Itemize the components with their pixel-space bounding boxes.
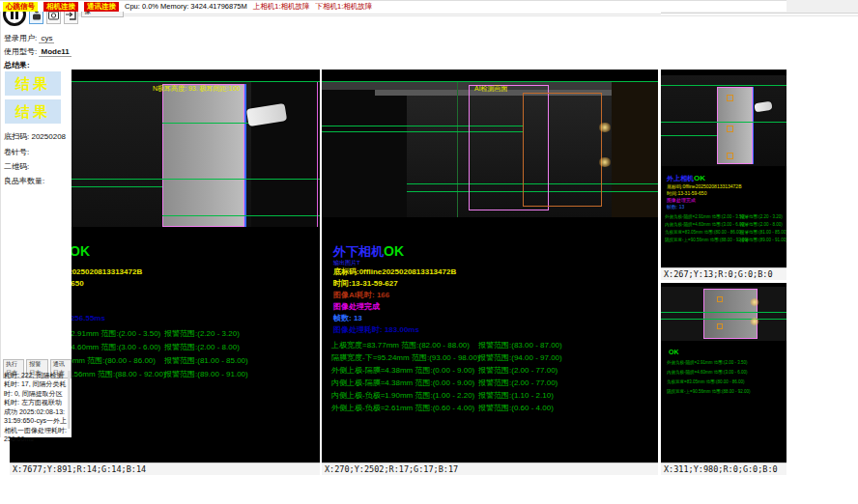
left-coords-bar: X:7677;Y:891;R:14;G:14;B:14 bbox=[10, 462, 320, 475]
center-ai-time-text: 图像AI耗时: 166 bbox=[333, 290, 389, 300]
center-status-text: 图像处理完成 bbox=[333, 301, 380, 312]
camera-link-badge: 相机连接 bbox=[43, 2, 78, 12]
model-value[interactable]: Mode11 bbox=[39, 47, 71, 57]
bottom-scan-field: 底扫码: 20250208 bbox=[4, 131, 66, 142]
thumb1-image bbox=[661, 75, 786, 166]
measurement-row: 外侧上极-负极=2.61mm 范围:(0.60 - 4.00) 报警范围:(0.… bbox=[331, 403, 658, 413]
thumb2-measure: 内侧负极-隔膜=4.60mm 范围:(3.00 - 6.00) bbox=[667, 370, 747, 375]
right-control-panel: 登录用户: cys 使用型号: Mode11 总结果: 结果 结果 底扫码: 2… bbox=[0, 0, 72, 437]
yield-count-field: 良品率数量: bbox=[4, 176, 44, 186]
reel-number-field: 卷针号: bbox=[4, 147, 29, 157]
defect-marker bbox=[717, 323, 723, 329]
reflection-glow bbox=[750, 318, 759, 325]
reflection-glow bbox=[598, 157, 612, 167]
alarm-range-text: 报警范围:(2.00 - 77.00) bbox=[478, 378, 558, 388]
cpu-memory-text: Cpu: 0.0% Memory: 3424.41796875M bbox=[125, 2, 247, 11]
aux-thumbnail-2[interactable]: OK 外侧负极-隔膜=2.91mm 范围:(2.00 - 3.50) 内侧负极-… bbox=[661, 283, 786, 462]
measurement-row: 内侧上极-负极=1.90mm 范围:(1.00 - 2.20) 报警范围:(1.… bbox=[331, 390, 658, 401]
alarm-range-text: 报警范围:(0.60 - 4.00) bbox=[478, 403, 554, 413]
measurement-row: 外侧上极-隔膜=4.38mm 范围:(0.00 - 9.00) 报警范围:(2.… bbox=[331, 365, 658, 376]
center-coords-bar: X:270;Y:2502;R:17;G:17;B:17 bbox=[322, 462, 658, 475]
center-camera-name: 外下相机 bbox=[333, 244, 384, 259]
thumb1-measure: 内侧负极-隔膜=4.60mm 范围:(3.00 - 6.00) bbox=[665, 222, 745, 227]
status-bar: 心跳信号 相机连接 通讯连接 Cpu: 0.0% Memory: 3424.41… bbox=[0, 0, 786, 12]
total-result-label: 总结果: bbox=[4, 60, 30, 70]
image-dark-region bbox=[251, 82, 320, 227]
alarm-range-text: 报警范围:(83.00 - 87.00) bbox=[478, 340, 562, 350]
thumb2-measure: 负极宽度=83.05mm 范围:(80.00 - 86.00) bbox=[667, 379, 744, 384]
measurement-text: 外侧上极-隔膜=4.38mm 范围:(0.00 - 9.00) bbox=[331, 366, 474, 375]
thumb1-coords-bar: X:267;Y:13;R:0;G:0;B:0 bbox=[661, 267, 786, 280]
alarm-range-text: 报警范围:(94.00 - 97.00) bbox=[478, 352, 562, 363]
defect-marker bbox=[727, 95, 733, 101]
thumb1-time: 时间:13-31-59-650 bbox=[667, 190, 706, 196]
alarm-range-text: 报警范围:(2.00 - 77.00) bbox=[478, 365, 558, 376]
thumb2-image bbox=[661, 287, 786, 341]
qr-code-field: 二维码: bbox=[4, 161, 29, 172]
lower-camera-fault-text: 下相机1:相机故障 bbox=[316, 2, 373, 12]
thumb1-measure: 负极宽度=83.05mm 范围:(80.00 - 86.00) bbox=[665, 230, 742, 235]
thumb2-measure: 隔膜宽度-上=90.56mm 范围:(88.00 - 92.00) bbox=[667, 389, 750, 394]
center-barcode-text: 底标码:0ffline2025020813313472B bbox=[333, 266, 456, 277]
bottom-scan-label: 底扫码: bbox=[4, 132, 29, 141]
roi-rect-orange bbox=[523, 93, 602, 207]
comm-link-badge: 通讯连接 bbox=[84, 2, 119, 12]
edge-line-blue bbox=[753, 87, 754, 164]
thumb1-ok-status: OK bbox=[694, 174, 705, 182]
login-user-value[interactable]: cys bbox=[39, 34, 54, 43]
connector-tab bbox=[754, 101, 772, 113]
ai-view-annotation: AI检测画面 bbox=[474, 84, 508, 94]
log-scrollbar[interactable] bbox=[68, 371, 71, 429]
center-camera-image: AI检测画面 bbox=[322, 82, 658, 217]
thumb1-barcode: 底标码:0ffline2025020813313472B bbox=[667, 183, 741, 189]
measure-line-green bbox=[661, 122, 786, 123]
upper-camera-fault-text: 上相机1:相机故障 bbox=[253, 2, 310, 12]
model-field: 使用型号: Mode11 bbox=[4, 46, 72, 57]
edge-line-green bbox=[457, 82, 458, 217]
electrode-region bbox=[717, 87, 753, 164]
heartbeat-badge: 心跳信号 bbox=[3, 2, 38, 12]
thumb1-alarm: 报警范围:(89.00 - 91.00) bbox=[740, 238, 786, 242]
center-elapsed-text: 图像处理耗时: 183.00ms bbox=[333, 324, 419, 335]
edge-line-magenta bbox=[317, 82, 318, 227]
measurement-row: 内侧上极-隔膜=4.38mm 范围:(0.00 - 9.00) 报警范围:(2.… bbox=[331, 378, 658, 388]
measurement-row: 上极宽度=83.77mm 范围:(82.00 - 88.00) 报警范围:(83… bbox=[331, 340, 658, 350]
electrode-region bbox=[162, 84, 244, 227]
reflection-glow bbox=[598, 123, 612, 132]
thumb1-status: 图像处理完成 bbox=[667, 197, 696, 203]
aux-thumbnail-1[interactable]: 外上相机OK 底标码:0ffline2025020813313472B 时间:1… bbox=[661, 70, 786, 267]
reflection-glow bbox=[750, 298, 759, 306]
center-frames-text: 帧数: 13 bbox=[333, 313, 362, 323]
measurement-text: 内侧上极-负极=1.90mm 范围:(1.00 - 2.20) bbox=[331, 391, 474, 400]
thumb1-frames: 帧数: 13 bbox=[667, 204, 684, 210]
measurement-text: 内侧上极-隔膜=4.38mm 范围:(0.00 - 9.00) bbox=[331, 378, 474, 387]
alarm-range-text: 报警范围:(1.10 - 2.10) bbox=[478, 390, 554, 401]
measurement-text: 上极宽度=83.77mm 范围:(82.00 - 88.00) bbox=[331, 341, 470, 350]
center-ok-status: OK bbox=[384, 243, 404, 259]
measure-line-green bbox=[661, 312, 786, 313]
tab-height-annotation: N极耳高度: 93. 极耳间距:100 bbox=[153, 84, 240, 94]
measurement-text: 隔膜宽度-下=95.24mm 范围:(93.00 - 98.00) bbox=[331, 353, 480, 362]
login-user-field: 登录用户: cys bbox=[4, 33, 54, 43]
app-window: CYS-视觉检测系统 ─ □ ✕ C 系统配置 相机配置 通讯配置 3D手配置 … bbox=[0, 0, 858, 504]
electrode-region bbox=[703, 289, 758, 339]
thumb2-coords-bar: X:311;Y:980;R:0;G:0;B:0 bbox=[661, 462, 786, 475]
measure-line-green bbox=[661, 319, 786, 320]
result-box-2: 结果 bbox=[5, 99, 61, 124]
result-box-1: 结果 bbox=[5, 71, 61, 96]
model-label: 使用型号: bbox=[4, 47, 37, 56]
thumb1-title: 外上相机OK bbox=[667, 174, 705, 183]
center-camera-view[interactable]: AI检测画面 外下相机OK 输出图片T 底标码:0ffline202502081… bbox=[322, 70, 658, 462]
defect-marker bbox=[727, 153, 733, 159]
thumb1-alarm: 报警范围:(2.20 - 3.20) bbox=[740, 214, 783, 219]
alarm-range-text: 报警范围:(89.00 - 91.00) bbox=[164, 369, 248, 379]
defect-marker bbox=[717, 296, 723, 302]
thumb1-camera-name: 外上相机 bbox=[667, 175, 694, 182]
left-ok-status: OK bbox=[70, 243, 90, 259]
center-time-text: 时间:13-31-59-627 bbox=[333, 278, 398, 289]
thumb1-alarm: 报警范围:(2.00 - 8.00) bbox=[740, 222, 783, 227]
measure-line-green bbox=[162, 123, 251, 124]
log-text: 耗时: 222, 间隔检测耗时: 17, 间隔分类耗时: 0, 间隔提取分区耗时… bbox=[4, 371, 68, 444]
thumb1-measure: 隔膜宽度-上=90.56mm 范围:(88.00 - 92.00) bbox=[665, 238, 748, 242]
bottom-scan-value: 20250208 bbox=[31, 132, 66, 141]
